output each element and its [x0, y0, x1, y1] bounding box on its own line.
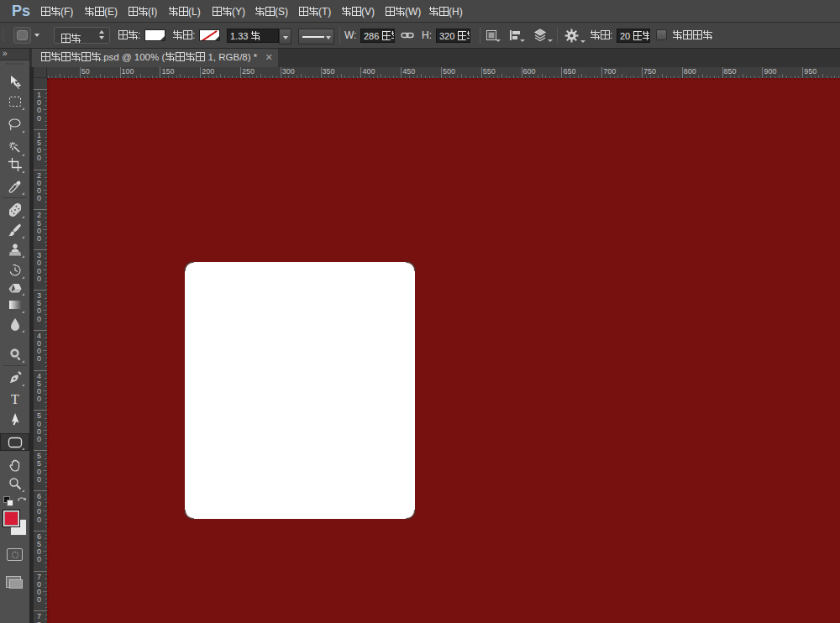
svg-text:T: T — [11, 392, 19, 406]
